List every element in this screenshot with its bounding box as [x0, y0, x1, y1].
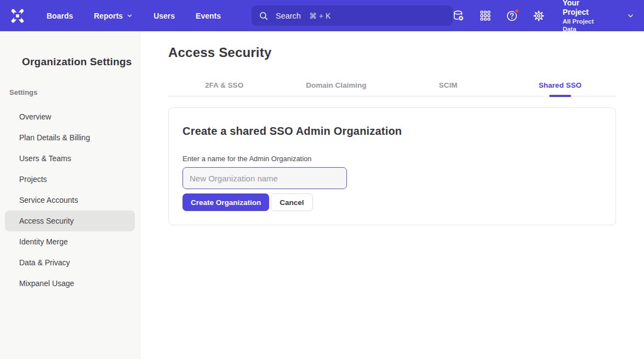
chevron-down-icon [127, 13, 133, 19]
sidebar-items: Overview Plan Details & Billing Users & … [0, 106, 140, 294]
apps-grid-icon[interactable] [480, 10, 491, 22]
nav-item-boards[interactable]: Boards [47, 12, 73, 20]
sidebar-item-service-accounts[interactable]: Service Accounts [5, 190, 135, 210]
nav-item-events[interactable]: Events [196, 12, 221, 20]
navbar-actions: Your Project All Project Data [453, 0, 634, 33]
settings-sidebar: Organization Settings Settings Overview … [0, 31, 140, 359]
sidebar-item-data-privacy[interactable]: Data & Privacy [5, 252, 135, 273]
sidebar-item-label: Projects [19, 175, 47, 184]
settings-gear-icon[interactable] [533, 10, 545, 22]
search-icon [259, 11, 269, 21]
nav-item-label: Events [196, 12, 221, 20]
sidebar-item-label: Plan Details & Billing [19, 133, 90, 142]
tab-shared-sso[interactable]: Shared SSO [504, 81, 616, 96]
card-actions: Create Organization Cancel [183, 193, 602, 211]
nav-item-reports[interactable]: Reports [94, 12, 133, 20]
sidebar-item-label: Service Accounts [19, 196, 78, 204]
help-icon[interactable] [506, 10, 518, 22]
tab-2fa-sso[interactable]: 2FA & SSO [168, 81, 280, 96]
tab-label: Domain Claiming [306, 81, 366, 89]
sidebar-item-label: Access Security [19, 216, 74, 225]
sidebar-title: Organization Settings [22, 56, 140, 68]
global-search-input[interactable]: Search ⌘ + K [252, 5, 453, 26]
data-management-icon[interactable] [453, 10, 465, 22]
project-chevron-down-icon[interactable] [627, 12, 634, 19]
create-shared-sso-card: Create a shared SSO Admin Organization E… [168, 107, 616, 225]
sidebar-item-label: Identity Merge [19, 237, 68, 246]
org-name-input[interactable] [183, 167, 347, 189]
create-organization-button[interactable]: Create Organization [183, 193, 269, 211]
sidebar-item-access-security[interactable]: Access Security [5, 210, 135, 231]
top-navbar: Boards Reports Users Events Search ⌘ + K [0, 0, 644, 31]
nav-item-label: Users [153, 12, 175, 20]
tab-label: 2FA & SSO [205, 81, 243, 89]
tab-label: Shared SSO [539, 81, 582, 89]
search-shortcut: ⌘ + K [309, 12, 330, 20]
sidebar-item-projects[interactable]: Projects [5, 169, 135, 190]
primary-nav: Boards Reports Users Events [47, 12, 221, 20]
sidebar-item-overview[interactable]: Overview [5, 106, 135, 127]
sidebar-item-label: Overview [19, 112, 51, 121]
tab-scim[interactable]: SCIM [392, 81, 504, 96]
nav-item-label: Reports [94, 12, 123, 20]
main-content: Access Security 2FA & SSO Domain Claimin… [140, 31, 644, 359]
card-title: Create a shared SSO Admin Organization [183, 125, 602, 138]
active-tab-underline [549, 95, 571, 97]
sidebar-item-mixpanel-usage[interactable]: Mixpanel Usage [5, 273, 135, 294]
project-name: Your Project [562, 0, 606, 18]
org-name-label: Enter a name for the Admin Organization [183, 155, 602, 163]
mixpanel-logo-icon[interactable] [10, 8, 25, 24]
sidebar-section-label: Settings [9, 88, 140, 96]
tab-domain-claiming[interactable]: Domain Claiming [280, 81, 392, 96]
project-switcher[interactable]: Your Project All Project Data [562, 0, 606, 33]
page-title: Access Security [168, 46, 616, 59]
sidebar-item-identity-merge[interactable]: Identity Merge [5, 231, 135, 252]
nav-item-label: Boards [47, 12, 73, 20]
notification-dot [514, 8, 520, 14]
sidebar-item-plan-details-billing[interactable]: Plan Details & Billing [5, 127, 135, 148]
sidebar-item-users-teams[interactable]: Users & Teams [5, 148, 135, 169]
tab-label: SCIM [439, 81, 458, 89]
cancel-button[interactable]: Cancel [271, 193, 312, 211]
search-placeholder: Search [276, 12, 301, 20]
sidebar-item-label: Users & Teams [19, 154, 71, 163]
access-security-tabs: 2FA & SSO Domain Claiming SCIM Shared SS… [168, 81, 616, 96]
nav-item-users[interactable]: Users [153, 12, 175, 20]
sidebar-item-label: Data & Privacy [19, 258, 70, 267]
sidebar-item-label: Mixpanel Usage [19, 279, 74, 288]
